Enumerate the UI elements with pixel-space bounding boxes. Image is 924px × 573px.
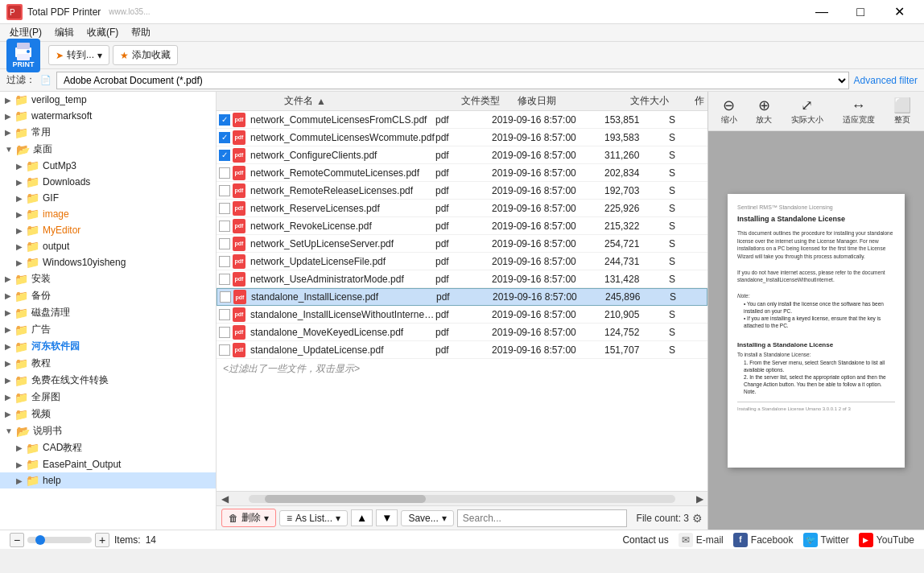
as-list-button[interactable]: ≡ As List... ▾ xyxy=(279,510,348,526)
row-checkbox[interactable] xyxy=(217,185,233,196)
maximize-button[interactable]: □ xyxy=(842,0,879,24)
sidebar-item-gif[interactable]: ▶ 📁 GIF xyxy=(0,190,216,206)
sidebar-item-convert[interactable]: ▶ 📁 免费在线文件转换 xyxy=(0,372,216,389)
file-op: S xyxy=(669,238,707,249)
fit-width-button[interactable]: ↔ 适应宽度 xyxy=(839,96,878,127)
minimize-button[interactable]: — xyxy=(803,0,840,24)
table-row[interactable]: pdf network_RemoteReleaseLicenses.pdf pd… xyxy=(217,182,707,200)
sidebar-item-cad[interactable]: ▶ 📁 CAD教程 xyxy=(0,439,216,456)
row-checkbox[interactable] xyxy=(217,203,233,214)
search-input[interactable] xyxy=(457,509,627,527)
table-row[interactable]: pdf network_SetUpLicenseServer.pdf pdf 2… xyxy=(217,235,707,253)
actual-size-button[interactable]: ⤢ 实际大小 xyxy=(788,95,827,127)
move-up-button[interactable]: ▲ xyxy=(351,509,373,526)
zoom-decrease-button[interactable]: − xyxy=(10,533,24,547)
table-row[interactable]: pdf network_ReserveLicenses.pdf pdf 2019… xyxy=(217,200,707,217)
sidebar-item-image[interactable]: ▶ 📁 image xyxy=(0,206,216,222)
delete-button[interactable]: 🗑 删除 ▾ xyxy=(221,509,276,527)
expand-arrow: ▶ xyxy=(16,162,23,171)
advanced-filter-link[interactable]: Advanced filter xyxy=(854,75,918,86)
row-checkbox[interactable] xyxy=(217,344,233,356)
hscroll-track[interactable] xyxy=(249,495,675,503)
table-row[interactable]: pdf standalone_InstallLicenseWithoutInte… xyxy=(217,306,707,324)
settings-icon[interactable]: ⚙ xyxy=(692,512,703,525)
row-checkbox[interactable]: ✓ xyxy=(217,150,233,161)
full-page-button[interactable]: ⬜ 整页 xyxy=(890,95,914,127)
goto-button[interactable]: ➤ 转到... ▾ xyxy=(48,45,109,65)
table-row[interactable]: pdf standalone_UpdateLicense.pdf pdf 201… xyxy=(217,341,707,359)
sidebar-item-verilog_temp[interactable]: ▶ 📁 verilog_temp xyxy=(0,92,216,108)
col-type[interactable]: 文件类型 xyxy=(461,94,518,108)
close-button[interactable]: ✕ xyxy=(881,0,918,24)
table-row[interactable]: ✓ pdf network_CommuteLicensesWcommute.pd… xyxy=(217,129,707,146)
file-op: S xyxy=(670,291,707,303)
row-checkbox[interactable] xyxy=(217,238,233,249)
zoom-in-button[interactable]: ⊕ 放大 xyxy=(753,95,775,127)
table-row[interactable]: ✓ pdf network_ConfigureClients.pdf pdf 2… xyxy=(217,146,707,164)
twitter-link[interactable]: 🐦 Twitter xyxy=(803,533,849,547)
col-size[interactable]: 文件大小 xyxy=(630,94,695,108)
sidebar-item-help[interactable]: ▶ 📁 help xyxy=(0,472,216,488)
sidebar-item-backup[interactable]: ▶ 📁 备份 xyxy=(0,287,216,304)
zoom-increase-button[interactable]: + xyxy=(95,533,109,547)
filter-note[interactable]: <过滤出了一些文件，双击显示> xyxy=(217,359,707,379)
hscroll-right[interactable]: ▶ xyxy=(691,493,707,505)
sidebar-item-output[interactable]: ▶ 📁 output xyxy=(0,238,216,254)
sidebar-item-easepaint[interactable]: ▶ 📁 EasePaint_Output xyxy=(0,456,216,472)
pdf-icon: pdf xyxy=(233,201,245,216)
sidebar-item-myeditor[interactable]: ▶ 📁 MyEditor xyxy=(0,222,216,238)
sidebar-item-changyong[interactable]: ▶ 📁 常用 xyxy=(0,124,216,141)
sidebar-item-video[interactable]: ▶ 📁 视频 xyxy=(0,406,216,423)
row-checkbox[interactable] xyxy=(217,291,233,303)
row-checkbox[interactable] xyxy=(217,167,233,179)
table-row[interactable]: pdf network_UpdateLicenseFile.pdf pdf 20… xyxy=(217,253,707,270)
table-row[interactable]: pdf standalone_InstallLicense.pdf pdf 20… xyxy=(217,288,707,306)
sidebar-item-cutmp3[interactable]: ▶ 📁 CutMp3 xyxy=(0,158,216,174)
menu-favorites[interactable]: 收藏(F) xyxy=(80,24,125,41)
statusbar: − + Items: 14 Contact us ✉ E-mail f Face… xyxy=(0,530,924,549)
sidebar-item-ad[interactable]: ▶ 📁 广告 xyxy=(0,321,216,338)
menu-help[interactable]: 帮助 xyxy=(125,24,157,41)
sidebar-item-watermarksoft[interactable]: ▶ 📁 watermarksoft xyxy=(0,108,216,124)
youtube-link[interactable]: ▶ YouTube xyxy=(859,533,914,547)
email-link[interactable]: ✉ E-mail xyxy=(679,533,724,547)
sidebar-item-tutorial[interactable]: ▶ 📁 教程 xyxy=(0,355,216,372)
col-date[interactable]: 修改日期 xyxy=(518,94,630,108)
sidebar-item-windows10yisheng[interactable]: ▶ 📁 Windows10yisheng xyxy=(0,254,216,270)
save-button[interactable]: Save... ▾ xyxy=(401,510,453,526)
pdf-icon: pdf xyxy=(233,113,245,127)
row-checkbox[interactable] xyxy=(217,327,233,338)
hscroll-thumb[interactable] xyxy=(265,495,426,503)
filter-select[interactable]: Adobe Acrobat Document (*.pdf) xyxy=(56,72,849,89)
move-down-button[interactable]: ▼ xyxy=(376,509,398,526)
sidebar-item-hedong[interactable]: ▶ 📁 河东软件园 xyxy=(0,338,216,355)
sidebar-item-disk-clean[interactable]: ▶ 📁 磁盘清理 xyxy=(0,304,216,321)
row-checkbox[interactable] xyxy=(217,274,233,285)
row-checkbox[interactable]: ✓ xyxy=(217,114,233,126)
sidebar-item-fullscreen[interactable]: ▶ 📁 全屏图 xyxy=(0,389,216,406)
add-favorite-button[interactable]: ★ 添加收藏 xyxy=(113,45,178,65)
folder-open-icon: 📂 xyxy=(16,425,30,438)
hscroll-left[interactable]: ◀ xyxy=(217,493,233,505)
row-checkbox[interactable] xyxy=(217,256,233,267)
col-name[interactable]: 文件名 ▲ xyxy=(252,94,461,108)
row-checkbox[interactable]: ✓ xyxy=(217,132,233,143)
menu-edit[interactable]: 编辑 xyxy=(48,24,80,41)
sidebar-item-manual[interactable]: ▼ 📂 说明书 xyxy=(0,423,216,439)
row-checkbox[interactable] xyxy=(217,221,233,232)
print-button[interactable]: PRINT xyxy=(6,39,40,72)
row-checkbox[interactable] xyxy=(217,309,233,320)
sidebar-item-downloads[interactable]: ▶ 📁 Downloads xyxy=(0,174,216,190)
zoom-track[interactable] xyxy=(27,537,92,543)
table-row[interactable]: pdf network_RevokeLicense.pdf pdf 2019-0… xyxy=(217,217,707,235)
zoom-out-button[interactable]: ⊖ 缩小 xyxy=(718,95,740,127)
sidebar-item-desktop[interactable]: ▼ 📂 桌面 xyxy=(0,141,216,158)
file-name: network_SetUpLicenseServer.pdf xyxy=(250,238,435,249)
sidebar-item-label: 磁盘清理 xyxy=(31,306,70,319)
table-row[interactable]: ✓ pdf network_CommuteLicensesFromCLS.pdf… xyxy=(217,111,707,129)
table-row[interactable]: pdf standalone_MoveKeyedLicense.pdf pdf … xyxy=(217,324,707,341)
table-row[interactable]: pdf network_UseAdministratorMode.pdf pdf… xyxy=(217,270,707,288)
table-row[interactable]: pdf network_RemoteCommuteLicenses.pdf pd… xyxy=(217,164,707,182)
facebook-link[interactable]: f Facebook xyxy=(733,533,794,547)
sidebar-item-install[interactable]: ▶ 📁 安装 xyxy=(0,270,216,287)
